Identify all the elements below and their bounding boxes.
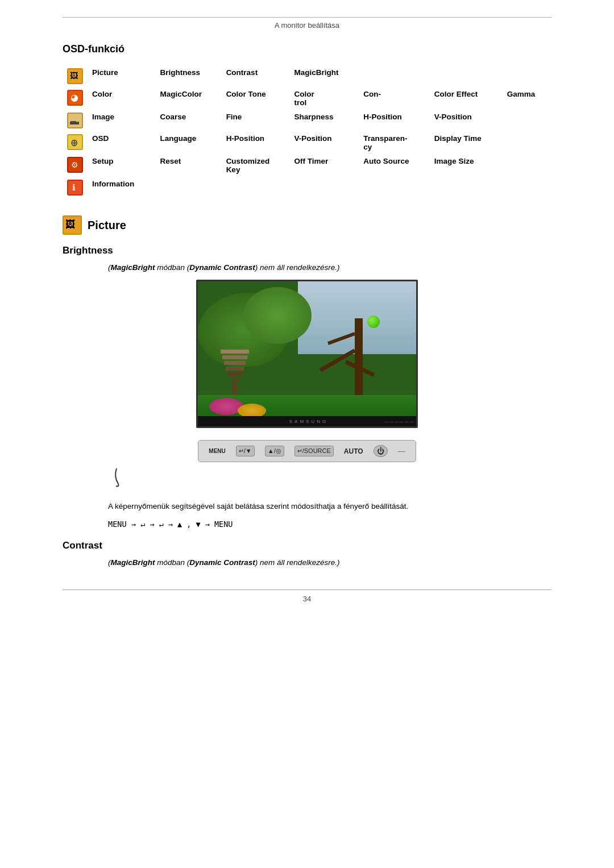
osd-table: Picture Brightness Contrast MagicBright …	[63, 65, 551, 198]
sub-gamma: Gamma	[503, 87, 551, 110]
sub-hposition-osd: H-Position	[222, 131, 290, 154]
table-row: ▬ Image Coarse Fine Sharpness H-Position…	[63, 110, 551, 131]
contrast-dynamic-contrast-bold: Dynamic Contrast	[189, 558, 255, 567]
brightness-section: Brightness (MagicBright módban (Dynamic …	[63, 245, 551, 529]
auto-btn: AUTO	[344, 447, 363, 455]
icon-cell-image: ▬	[63, 110, 88, 131]
monitor-image-container: SAMSUNG — — — — — —	[63, 280, 551, 430]
dash-btn: —	[398, 447, 405, 455]
page-number: 34	[63, 595, 551, 603]
contrast-section: Contrast (MagicBright módban (Dynamic Co…	[63, 540, 551, 567]
sub-vposition-img: V-Position	[430, 110, 503, 131]
menu-path-text: MENU → ↵ → ↵ → ▲ , ▼ → MENU	[108, 520, 233, 529]
brightness-desc-text: A képernyőmenük segítségével saját belát…	[108, 502, 408, 510]
sub-offtimer: Off Timer	[289, 154, 359, 177]
bottom-rule	[63, 589, 551, 590]
icon-cell-osd: ⊕	[63, 131, 88, 154]
sub-magicbright: MagicBright	[289, 65, 359, 87]
sub-customizedkey: CustomizedKey	[222, 154, 290, 177]
brightness-btn: ▲/◎	[265, 446, 284, 456]
sub-brightness: Brightness	[156, 65, 222, 87]
page-container: A monitor beállítása OSD-funkció Picture…	[63, 0, 551, 620]
sub-vposition-osd: V-Position	[289, 131, 359, 154]
sub-magiccolor: MagicColor	[156, 87, 222, 110]
picture-section-title: Picture	[88, 219, 126, 232]
power-btn[interactable]: ⏻	[374, 445, 388, 457]
table-row: Picture Brightness Contrast MagicBright	[63, 65, 551, 87]
setup-icon	[67, 157, 83, 173]
osd-section-title: OSD-funkció	[63, 43, 551, 55]
color-icon	[67, 90, 83, 106]
header-title: A monitor beállítása	[275, 21, 339, 30]
osd-icon: ⊕	[67, 134, 83, 150]
sub-contrast: Contrast	[222, 65, 290, 87]
icon-cell-info	[63, 177, 88, 198]
menu-name-osd: OSD	[88, 131, 156, 154]
sub-autosource: Auto Source	[359, 154, 430, 177]
contrast-note: (MagicBright módban (Dynamic Contrast) n…	[108, 558, 551, 567]
sub-color-trol: Colortrol	[289, 87, 359, 110]
image-icon: ▬	[67, 113, 83, 128]
menu-indicator: ↵/▼	[236, 446, 255, 456]
sub-reset: Reset	[156, 154, 222, 177]
contrast-magicbright-bold: MagicBright	[111, 558, 155, 567]
menu-name-image: Image	[88, 110, 156, 131]
controls-bar-container: MENU ↵/▼ ▲/◎ ↵/SOURCE AUTO ⏻ —	[63, 440, 551, 490]
picture-icon	[67, 68, 83, 84]
source-btn: ↵/SOURCE	[294, 446, 334, 456]
contrast-title: Contrast	[63, 540, 551, 551]
osd-section: OSD-funkció Picture Brightness Contrast …	[63, 43, 551, 198]
icon-cell-setup	[63, 154, 88, 177]
dynamic-contrast-bold: Dynamic Contrast	[189, 263, 255, 272]
sub-con: Con-	[359, 87, 430, 110]
picture-icon-lg: 🖼	[63, 215, 82, 235]
table-row: Setup Reset CustomizedKey Off Timer Auto…	[63, 154, 551, 177]
menu-name-color: Color	[88, 87, 156, 110]
top-rule	[63, 17, 551, 18]
brightness-description: A képernyőmenük segítségével saját belát…	[108, 500, 551, 513]
menu-label: MENU	[209, 448, 225, 454]
sub-hposition-img: H-Position	[359, 110, 430, 131]
sub-sharpness: Sharpness	[289, 110, 359, 131]
menu-arrow-indicator	[108, 466, 142, 488]
sub-language: Language	[156, 131, 222, 154]
icon-cell-picture	[63, 65, 88, 87]
icon-cell-color	[63, 87, 88, 110]
menu-name-picture: Picture	[88, 65, 156, 87]
page-header: A monitor beállítása	[63, 21, 551, 30]
table-row: Information	[63, 177, 551, 198]
table-row: ⊕ OSD Language H-Position V-Position Tra…	[63, 131, 551, 154]
sub-transparency: Transparen-cy	[359, 131, 430, 154]
menu-path: MENU → ↵ → ↵ → ▲ , ▼ → MENU	[108, 520, 551, 529]
brightness-note: (MagicBright módban (Dynamic Contrast) n…	[108, 263, 551, 272]
menu-name-information: Information	[88, 177, 156, 198]
table-row: Color MagicColor Color Tone Colortrol Co…	[63, 87, 551, 110]
sub-colortone: Color Tone	[222, 87, 290, 110]
magicbright-bold: MagicBright	[111, 263, 155, 272]
sub-fine: Fine	[222, 110, 290, 131]
sub-coarse: Coarse	[156, 110, 222, 131]
menu-name-setup: Setup	[88, 154, 156, 177]
sub-displaytime: Display Time	[430, 131, 503, 154]
picture-heading: 🖼 Picture	[63, 215, 551, 235]
info-icon	[67, 180, 83, 196]
sub-coloreffect: Color Effect	[430, 87, 503, 110]
brightness-title: Brightness	[63, 245, 551, 256]
samsung-logo: SAMSUNG	[289, 419, 328, 424]
sub-imagesize: Image Size	[430, 154, 503, 177]
